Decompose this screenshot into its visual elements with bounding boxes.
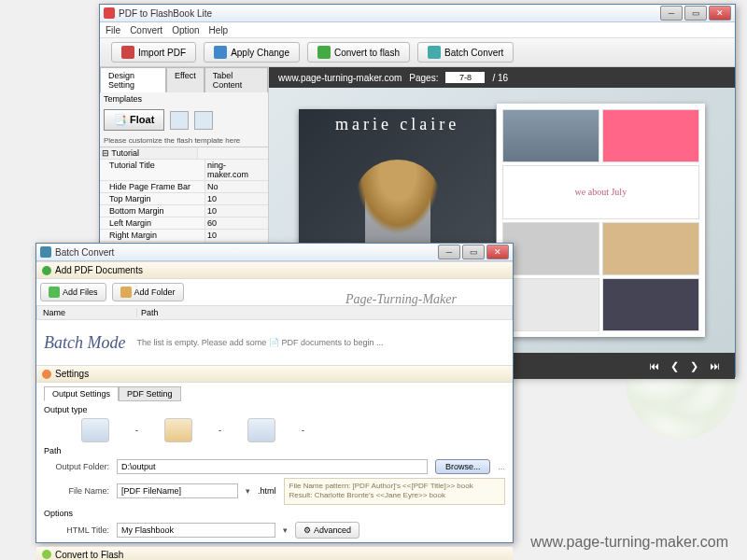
brand-watermark: Page-Turning-Maker — [345, 292, 457, 307]
right-page: we about July — [497, 104, 705, 337]
add-files-button[interactable]: Add Files — [40, 283, 106, 301]
output-type-html-icon[interactable] — [81, 418, 109, 442]
add-icon — [42, 266, 51, 275]
preview-url: www.page-turning-maker.com — [278, 73, 402, 83]
float-button[interactable]: 📑 Float — [104, 109, 164, 131]
app-icon — [104, 7, 115, 19]
close-button[interactable]: ✕ — [709, 6, 731, 21]
batch-convert-button[interactable]: Batch Convert — [417, 42, 514, 63]
minimize-button[interactable]: ─ — [438, 245, 460, 259]
tab-pdf-setting[interactable]: PDF Setting — [119, 386, 181, 401]
thumb — [502, 109, 599, 162]
minimize-button[interactable]: ─ — [660, 6, 683, 21]
convert-header: Convert to Flash — [36, 546, 513, 560]
pdf-icon — [121, 46, 134, 59]
settings-header: Settings — [36, 365, 513, 383]
window-controls: ─ ▭ ✕ — [660, 6, 731, 21]
main-toolbar: Import PDF Apply Change Convert to flash… — [100, 38, 735, 67]
convert-flash-button[interactable]: Convert to flash — [307, 42, 410, 63]
app-title: PDF to FlashBook Lite — [119, 8, 660, 19]
thumb — [602, 109, 699, 162]
save-template-icon[interactable] — [170, 111, 189, 130]
batch-window: Batch Convert ─ ▭ ✕ Add PDF Documents Ad… — [35, 243, 514, 543]
property-value[interactable]: No — [205, 181, 268, 192]
output-type-zip-icon[interactable] — [164, 418, 192, 442]
html-title-row: HTML Title: My Flashbook ▾ ⚙ Advanced — [44, 522, 505, 539]
page-input[interactable] — [445, 72, 485, 83]
browse-button[interactable]: Browse... — [435, 459, 491, 474]
batch-icon — [428, 46, 441, 59]
property-key: Top Margin — [100, 193, 205, 204]
maximize-button[interactable]: ▭ — [462, 245, 485, 259]
play-icon — [42, 550, 51, 559]
output-folder-row: Output Folder: D:\output Browse... ... — [44, 459, 505, 474]
menu-convert[interactable]: Convert — [130, 25, 162, 35]
pages-label: Pages: — [409, 73, 438, 83]
property-row: Hide Page Frame BarNo — [100, 181, 268, 193]
last-page-button[interactable]: ⏭ — [710, 360, 720, 371]
property-row: Top Margin10 — [100, 193, 268, 205]
property-key: Bottom Margin — [100, 205, 205, 217]
templates-row: 📑 Float — [100, 105, 268, 134]
property-key: Tutorial Title — [100, 160, 205, 180]
magazine-masthead: marie claire — [335, 115, 459, 134]
empty-message: The list is empty. Please add some 📄 PDF… — [136, 338, 383, 347]
batch-titlebar: Batch Convert ─ ▭ ✕ — [36, 244, 513, 261]
batch-title: Batch Convert — [55, 247, 438, 258]
batch-window-controls: ─ ▭ ✕ — [438, 245, 509, 259]
property-value[interactable]: ning-maker.com — [205, 160, 268, 180]
path-label: Path — [44, 446, 505, 455]
open-template-icon[interactable] — [194, 111, 213, 130]
add-folder-button[interactable]: Add Folder — [112, 283, 184, 301]
property-value[interactable]: 10 — [205, 205, 268, 217]
menubar: File Convert Option Help — [100, 22, 735, 38]
file-list-empty: Page-Turning-Maker Batch Mode The list i… — [36, 320, 513, 365]
filename-field[interactable]: [PDF FileName] — [117, 483, 238, 498]
import-pdf-button[interactable]: Import PDF — [111, 42, 196, 63]
property-key: Right Margin — [100, 230, 205, 241]
thumb — [602, 222, 699, 275]
menu-file[interactable]: File — [106, 25, 120, 35]
prev-page-button[interactable]: ❮ — [670, 360, 679, 372]
first-page-button[interactable]: ⏮ — [649, 360, 659, 371]
tab-design-setting[interactable]: Design Setting — [100, 67, 166, 92]
template-hint: Please customize the flash template here — [100, 134, 268, 147]
batch-mode-logo: Batch Mode — [44, 333, 125, 353]
gear-icon — [42, 370, 51, 379]
property-row: ⊟ Tutorial — [100, 147, 268, 160]
advanced-button[interactable]: ⚙ Advanced — [295, 522, 359, 539]
maximize-button[interactable]: ▭ — [684, 6, 707, 21]
main-titlebar: PDF to FlashBook Lite ─ ▭ ✕ — [100, 5, 735, 22]
next-page-button[interactable]: ❯ — [690, 360, 698, 372]
output-folder-field[interactable]: D:\output — [117, 459, 428, 474]
close-button[interactable]: ✕ — [486, 245, 509, 259]
property-value[interactable]: 60 — [205, 217, 268, 229]
menu-option[interactable]: Option — [172, 25, 199, 35]
thumb — [502, 222, 599, 275]
thumb — [502, 278, 599, 331]
tab-table-content[interactable]: Tabel Content — [204, 67, 268, 92]
footer-url: www.page-turning-maker.com — [530, 534, 728, 551]
output-folder-label: Output Folder: — [44, 462, 109, 471]
output-type-exe-icon[interactable] — [247, 418, 275, 442]
settings-body: Output Settings PDF Setting Output type … — [36, 383, 513, 546]
col-name: Name — [39, 308, 137, 317]
property-value[interactable]: 10 — [205, 193, 268, 204]
html-title-field[interactable]: My Flashbook — [117, 523, 275, 538]
pattern-help: File Name pattern: [PDF Author]'s <<[PDF… — [284, 478, 505, 505]
html-title-label: HTML Title: — [44, 525, 109, 535]
filename-ext: .html — [258, 486, 276, 496]
thumb — [602, 278, 699, 331]
page-total: / 16 — [492, 73, 508, 83]
property-value[interactable]: 10 — [205, 230, 268, 241]
options-label: Options — [44, 509, 505, 518]
property-key: ⊟ Tutorial — [100, 147, 198, 159]
page-headline: we about July — [502, 165, 699, 218]
file-list-header: Name Path — [36, 305, 513, 320]
tab-effect[interactable]: Effect — [166, 67, 204, 92]
apply-change-button[interactable]: Apply Change — [204, 42, 300, 63]
property-row: Left Margin60 — [100, 217, 268, 230]
preview-bar: www.page-turning-maker.com Pages: / 16 — [269, 67, 735, 88]
menu-help[interactable]: Help — [209, 25, 229, 35]
tab-output-settings[interactable]: Output Settings — [44, 386, 119, 401]
